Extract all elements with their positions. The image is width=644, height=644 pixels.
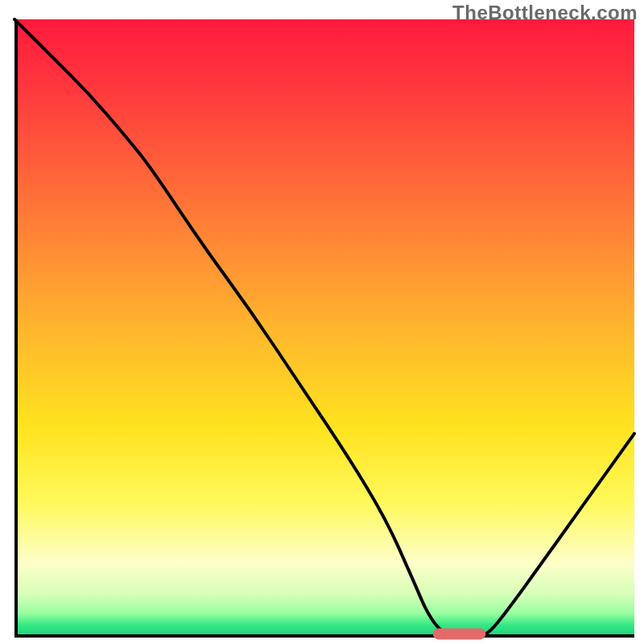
chart-canvas: TheBottleneck.com: [0, 0, 644, 644]
bottleneck-curve: [14, 19, 634, 638]
overlay-svg: [14, 19, 634, 638]
optimal-marker: [433, 628, 486, 639]
plot-area: [14, 19, 634, 638]
